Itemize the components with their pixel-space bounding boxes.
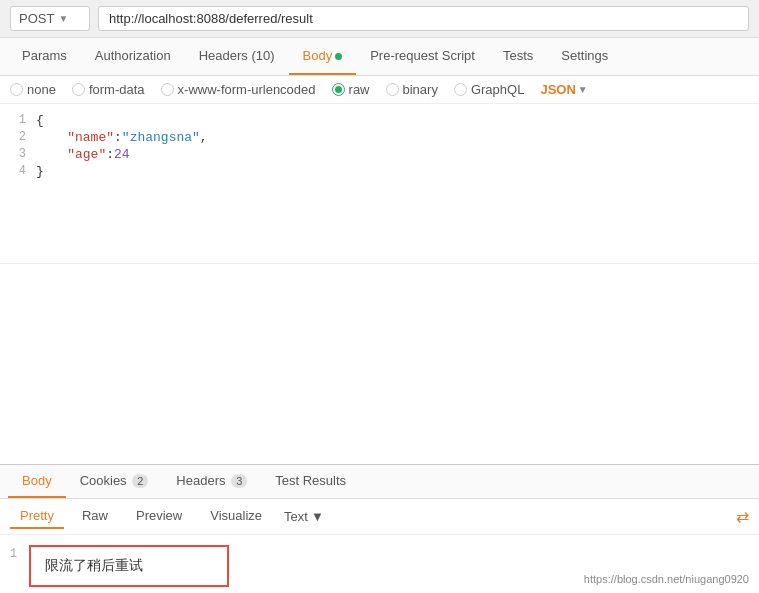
response-content: 限流了稍后重试	[29, 545, 229, 587]
body-type-binary[interactable]: binary	[386, 82, 438, 97]
tab-tests[interactable]: Tests	[489, 38, 547, 75]
body-dot	[335, 53, 342, 60]
code-line-1: 1 {	[0, 112, 759, 129]
json-format-arrow: ▼	[578, 84, 588, 95]
watermark: https://blog.csdn.net/niugang0920	[584, 573, 749, 585]
body-type-graphql[interactable]: GraphQL	[454, 82, 524, 97]
tab-body[interactable]: Body	[289, 38, 357, 75]
radio-form-data	[72, 83, 85, 96]
code-line-2: 2 "name":"zhangsna",	[0, 129, 759, 146]
json-format-label: JSON	[540, 82, 575, 97]
response-tab-test-results[interactable]: Test Results	[261, 465, 360, 498]
body-type-none[interactable]: none	[10, 82, 56, 97]
sub-tab-pretty[interactable]: Pretty	[10, 504, 64, 529]
body-type-raw[interactable]: raw	[332, 82, 370, 97]
radio-raw	[332, 83, 345, 96]
radio-binary	[386, 83, 399, 96]
tab-pre-request[interactable]: Pre-request Script	[356, 38, 489, 75]
radio-graphql	[454, 83, 467, 96]
editor-space	[0, 264, 759, 464]
method-label: POST	[19, 11, 54, 26]
json-format-dropdown[interactable]: JSON ▼	[540, 82, 587, 97]
response-tab-headers[interactable]: Headers 3	[162, 465, 261, 498]
method-select[interactable]: POST ▼	[10, 6, 90, 31]
body-type-form-data[interactable]: form-data	[72, 82, 145, 97]
headers-badge: 3	[231, 474, 247, 488]
url-input[interactable]	[98, 6, 749, 31]
sub-tab-preview[interactable]: Preview	[126, 504, 192, 529]
text-format-select[interactable]: Text ▼	[284, 509, 324, 524]
code-line-3: 3 "age":24	[0, 146, 759, 163]
sub-tab-raw[interactable]: Raw	[72, 504, 118, 529]
url-bar: POST ▼	[0, 0, 759, 38]
method-dropdown-arrow: ▼	[58, 13, 68, 24]
request-tabs-bar: Params Authorization Headers (10) Body P…	[0, 38, 759, 76]
tab-authorization[interactable]: Authorization	[81, 38, 185, 75]
tab-settings[interactable]: Settings	[547, 38, 622, 75]
cookies-badge: 2	[132, 474, 148, 488]
body-type-bar: none form-data x-www-form-urlencoded raw…	[0, 76, 759, 104]
radio-none	[10, 83, 23, 96]
radio-urlencoded	[161, 83, 174, 96]
code-editor[interactable]: 1 { 2 "name":"zhangsna", 3 "age":24 4 }	[0, 104, 759, 264]
sub-tab-visualize[interactable]: Visualize	[200, 504, 272, 529]
body-type-urlencoded[interactable]: x-www-form-urlencoded	[161, 82, 316, 97]
tab-headers[interactable]: Headers (10)	[185, 38, 289, 75]
response-tab-body[interactable]: Body	[8, 465, 66, 498]
response-sub-bar: Pretty Raw Preview Visualize Text ▼ ⇄	[0, 499, 759, 535]
response-tabs-bar: Body Cookies 2 Headers 3 Test Results	[0, 465, 759, 499]
tab-params[interactable]: Params	[8, 38, 81, 75]
code-line-4: 4 }	[0, 163, 759, 180]
wrap-icon[interactable]: ⇄	[736, 507, 749, 526]
response-tab-cookies[interactable]: Cookies 2	[66, 465, 163, 498]
